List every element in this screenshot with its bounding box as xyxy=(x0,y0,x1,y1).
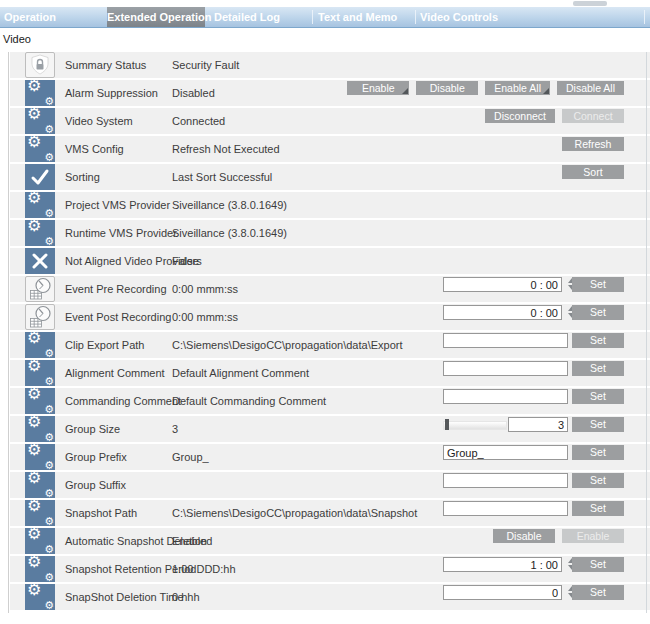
property-row-sorting: SortingLast Sort SuccessfulSort xyxy=(10,164,650,190)
event-post-recording-input[interactable] xyxy=(443,305,562,320)
snapshot-deletion-time-controls: Set xyxy=(443,585,624,601)
refresh-button[interactable]: Refresh xyxy=(562,137,624,151)
snapshot-deletion-time-input[interactable] xyxy=(443,585,562,600)
property-label: Runtime VMS Provider xyxy=(65,220,177,246)
clip-export-path-controls: Set xyxy=(443,333,624,349)
property-label: Summary Status xyxy=(65,52,146,78)
enable-button[interactable]: Enable xyxy=(562,529,624,543)
property-row-snapshot-retention-period: ⚙⚙Snapshot Retention Period1:00 DDD:hhSe… xyxy=(10,556,650,582)
property-value: Disabled xyxy=(172,80,215,106)
property-label: VMS Config xyxy=(65,136,124,162)
group-size-slider[interactable] xyxy=(443,421,507,430)
property-label: Video System xyxy=(65,108,133,134)
snapshot-retention-period-input[interactable] xyxy=(443,557,562,572)
snapshot-path-input[interactable] xyxy=(443,501,568,516)
property-label: Clip Export Path xyxy=(65,332,144,358)
property-value: 0:00 mmm:ss xyxy=(172,276,238,302)
gears-icon[interactable]: ⚙⚙ xyxy=(25,108,55,134)
alarm-suppression-buttons: EnableDisableEnable AllDisable All xyxy=(347,81,624,95)
property-label: Group Suffix xyxy=(65,472,126,498)
gears-icon[interactable]: ⚙⚙ xyxy=(25,584,55,610)
gears-icon[interactable]: ⚙⚙ xyxy=(25,220,55,246)
disable-button[interactable]: Disable xyxy=(416,81,478,95)
panel-right-border xyxy=(646,52,647,613)
property-label: Commanding Comment xyxy=(65,388,181,414)
snapshot-deletion-time-set-button[interactable]: Set xyxy=(572,585,624,600)
property-value: 3 xyxy=(172,416,178,442)
clock-icon[interactable] xyxy=(25,304,55,330)
gears-icon[interactable]: ⚙⚙ xyxy=(25,192,55,218)
clip-export-path-input[interactable] xyxy=(443,333,568,348)
property-value: Refresh Not Executed xyxy=(172,136,280,162)
group-suffix-input[interactable] xyxy=(443,473,568,488)
gears-icon[interactable]: ⚙⚙ xyxy=(25,388,55,414)
enable-button[interactable]: Enable xyxy=(347,81,409,95)
property-value: Default Commanding Comment xyxy=(172,388,326,414)
property-value: 0:00 mmm:ss xyxy=(172,304,238,330)
snapshot-path-set-button[interactable]: Set xyxy=(572,501,624,516)
sorting-buttons: Sort xyxy=(562,165,624,179)
tab-video-controls[interactable]: Video Controls xyxy=(420,7,498,27)
property-row-commanding-comment: ⚙⚙Commanding CommentDefault Commanding C… xyxy=(10,388,650,414)
gears-icon[interactable]: ⚙⚙ xyxy=(25,472,55,498)
tab-detailed-log[interactable]: Detailed Log xyxy=(214,7,280,27)
group-prefix-input[interactable] xyxy=(443,445,568,460)
gears-icon[interactable]: ⚙⚙ xyxy=(25,556,55,582)
property-row-event-pre-recording: Event Pre Recording0:00 mmm:ssSet xyxy=(10,276,650,302)
snapshot-retention-period-set-button[interactable]: Set xyxy=(572,557,624,572)
alignment-comment-input[interactable] xyxy=(443,361,568,376)
check-icon[interactable] xyxy=(25,164,55,190)
property-row-alarm-suppression: ⚙⚙Alarm SuppressionDisabledEnableDisable… xyxy=(10,80,650,106)
property-label: Event Pre Recording xyxy=(65,276,167,302)
connect-button[interactable]: Connect xyxy=(562,109,624,123)
property-value: C:\Siemens\DesigoCC\propagation\data\Exp… xyxy=(172,332,403,358)
gears-icon[interactable]: ⚙⚙ xyxy=(25,332,55,358)
gears-icon[interactable]: ⚙⚙ xyxy=(25,444,55,470)
property-label: Sorting xyxy=(65,164,100,190)
event-post-recording-controls: Set xyxy=(443,305,624,321)
clip-export-path-set-button[interactable]: Set xyxy=(572,333,624,348)
property-row-snapshot-path: ⚙⚙Snapshot PathC:\Siemens\DesigoCC\propa… xyxy=(10,500,650,526)
gears-icon[interactable]: ⚙⚙ xyxy=(25,528,55,554)
alignment-comment-controls: Set xyxy=(443,361,624,377)
property-value: Default Alignment Comment xyxy=(172,360,309,386)
tab-text-and-memo[interactable]: Text and Memo xyxy=(318,7,397,27)
disable-button[interactable]: Disable xyxy=(493,529,555,543)
tab-separator xyxy=(312,10,313,24)
tab-operation[interactable]: Operation xyxy=(4,7,56,27)
property-row-summary-status: Summary StatusSecurity Fault xyxy=(10,52,650,78)
property-label: Event Post Recording xyxy=(65,304,171,330)
automatic-snapshot-deletion-buttons: DisableEnable xyxy=(493,529,624,543)
commanding-comment-set-button[interactable]: Set xyxy=(572,389,624,404)
group-suffix-controls: Set xyxy=(443,473,624,489)
clock-icon[interactable] xyxy=(25,276,55,302)
group-size-controls: Set xyxy=(443,417,624,433)
gears-icon[interactable]: ⚙⚙ xyxy=(25,500,55,526)
property-label: Project VMS Provider xyxy=(65,192,170,218)
property-row-group-suffix: ⚙⚙Group SuffixSet xyxy=(10,472,650,498)
disable-all-button[interactable]: Disable All xyxy=(557,81,624,95)
alignment-comment-set-button[interactable]: Set xyxy=(572,361,624,376)
snapshot-path-controls: Set xyxy=(443,501,624,517)
shield-lock-icon[interactable] xyxy=(25,52,55,78)
commanding-comment-input[interactable] xyxy=(443,389,568,404)
gears-icon[interactable]: ⚙⚙ xyxy=(25,80,55,106)
disconnect-button[interactable]: Disconnect xyxy=(485,109,555,123)
gears-icon[interactable]: ⚙⚙ xyxy=(25,136,55,162)
enable-all-button[interactable]: Enable All xyxy=(485,81,550,95)
group-size-slider-handle[interactable] xyxy=(445,419,449,430)
group-size-input[interactable] xyxy=(508,417,568,432)
event-pre-recording-set-button[interactable]: Set xyxy=(572,277,624,292)
group-prefix-set-button[interactable]: Set xyxy=(572,445,624,460)
gears-icon[interactable]: ⚙⚙ xyxy=(25,416,55,442)
group-size-set-button[interactable]: Set xyxy=(572,417,624,432)
event-pre-recording-controls: Set xyxy=(443,277,624,293)
event-post-recording-set-button[interactable]: Set xyxy=(572,305,624,320)
event-pre-recording-input[interactable] xyxy=(443,277,562,292)
sort-button[interactable]: Sort xyxy=(562,165,624,179)
group-suffix-set-button[interactable]: Set xyxy=(572,473,624,488)
gears-icon[interactable]: ⚙⚙ xyxy=(25,360,55,386)
horizontal-scrollbar-thumb[interactable] xyxy=(573,1,607,6)
tab-extended-operation[interactable]: Extended Operation xyxy=(107,7,205,27)
cross-icon[interactable] xyxy=(25,248,55,274)
